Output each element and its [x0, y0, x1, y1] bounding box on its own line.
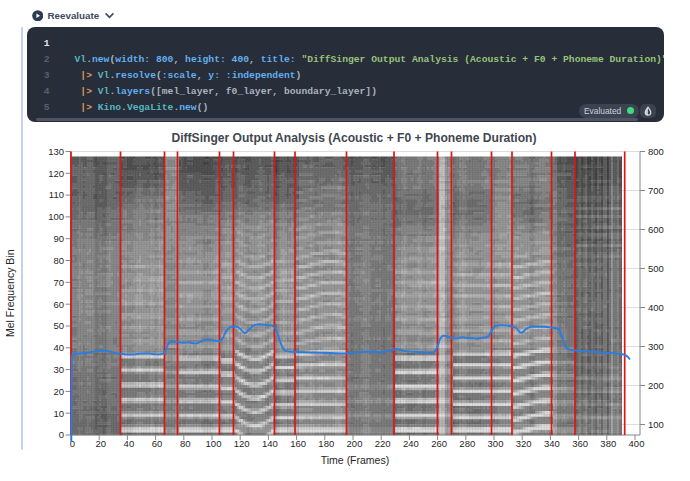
svg-text:80: 80: [53, 255, 64, 266]
svg-text:260: 260: [431, 438, 447, 449]
svg-text:220: 220: [375, 438, 391, 449]
svg-text:300: 300: [488, 438, 504, 449]
svg-text:Mel Frequency Bin: Mel Frequency Bin: [5, 249, 17, 337]
svg-text:20: 20: [95, 438, 106, 449]
svg-text:80: 80: [180, 438, 191, 449]
svg-text:60: 60: [152, 438, 163, 449]
svg-text:600: 600: [648, 224, 664, 235]
svg-text:340: 340: [544, 438, 560, 449]
svg-text:700: 700: [648, 185, 664, 196]
svg-text:30: 30: [53, 364, 64, 375]
svg-text:130: 130: [48, 146, 64, 157]
svg-text:320: 320: [516, 438, 532, 449]
svg-text:140: 140: [262, 438, 278, 449]
svg-text:Time (Frames): Time (Frames): [321, 454, 389, 466]
svg-text:800: 800: [648, 146, 664, 157]
svg-text:300: 300: [648, 341, 664, 352]
svg-text:100: 100: [206, 438, 222, 449]
svg-text:200: 200: [347, 438, 363, 449]
svg-text:40: 40: [53, 342, 64, 353]
svg-text:400: 400: [648, 302, 664, 313]
svg-text:120: 120: [234, 438, 250, 449]
svg-text:180: 180: [318, 438, 334, 449]
svg-text:60: 60: [53, 299, 64, 310]
svg-text:DiffSinger Output Analysis (Ac: DiffSinger Output Analysis (Acoustic + F…: [171, 131, 536, 145]
svg-text:90: 90: [53, 233, 64, 244]
svg-text:20: 20: [53, 386, 64, 397]
svg-text:240: 240: [403, 438, 419, 449]
svg-text:110: 110: [49, 189, 64, 200]
svg-text:100: 100: [648, 419, 664, 430]
svg-text:70: 70: [53, 277, 64, 288]
svg-text:200: 200: [648, 380, 664, 391]
svg-text:360: 360: [572, 438, 588, 449]
svg-text:10: 10: [53, 408, 64, 419]
svg-text:120: 120: [48, 168, 64, 179]
svg-text:0: 0: [59, 429, 64, 440]
svg-text:500: 500: [648, 263, 664, 274]
svg-text:280: 280: [459, 438, 475, 449]
svg-text:380: 380: [600, 438, 616, 449]
svg-text:400: 400: [629, 438, 645, 449]
svg-text:40: 40: [124, 438, 135, 449]
svg-text:160: 160: [290, 438, 306, 449]
svg-text:100: 100: [48, 211, 64, 222]
svg-text:50: 50: [53, 320, 64, 331]
